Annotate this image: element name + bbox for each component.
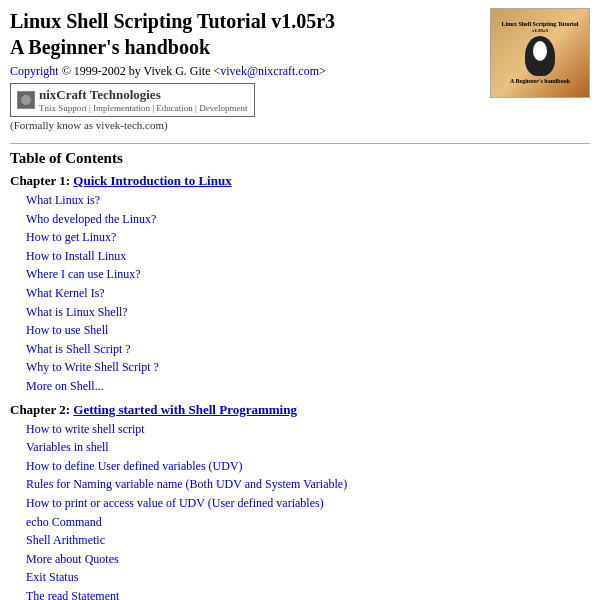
link-quotes[interactable]: More about Quotes xyxy=(26,550,590,569)
link-naming-rules[interactable]: Rules for Naming variable name (Both UDV… xyxy=(26,475,590,494)
book-cover-subtitle: A Beginner's handbook xyxy=(510,78,570,85)
chapter-2-heading: Chapter 2: Getting started with Shell Pr… xyxy=(10,402,590,418)
chapter-2-links: How to write shell script Variables in s… xyxy=(10,420,590,600)
nixcraft-banner[interactable]: nixCraft Technologies Tnix Support | Imp… xyxy=(10,83,255,117)
toc-title: Table of Contents xyxy=(10,150,590,167)
email-link[interactable]: vivek@nixcraft.com xyxy=(220,64,319,78)
link-udv[interactable]: How to define User defined variables (UD… xyxy=(26,457,590,476)
link-print-udv[interactable]: How to print or access value of UDV (Use… xyxy=(26,494,590,513)
page-title: Linux Shell Scripting Tutorial v1.05r3 A… xyxy=(10,8,480,60)
toc-section: Table of Contents Chapter 1: Quick Intro… xyxy=(10,150,590,600)
link-who-developed[interactable]: Who developed the Linux? xyxy=(26,210,590,229)
copyright-link[interactable]: Copyright xyxy=(10,64,59,78)
nixcraft-banner-inner: nixCraft Technologies Tnix Support | Imp… xyxy=(17,87,248,113)
link-variables[interactable]: Variables in shell xyxy=(26,438,590,457)
link-what-kernel[interactable]: What Kernel Is? xyxy=(26,284,590,303)
link-why-write-shell[interactable]: Why to Write Shell Script ? xyxy=(26,358,590,377)
link-how-use-shell[interactable]: How to use Shell xyxy=(26,321,590,340)
header-left: Linux Shell Scripting Tutorial v1.05r3 A… xyxy=(10,8,480,137)
link-how-get[interactable]: How to get Linux? xyxy=(26,228,590,247)
copyright-line: Copyright © 1999-2002 by Vivek G. Gite <… xyxy=(10,64,480,79)
link-what-shell-script[interactable]: What is Shell Script ? xyxy=(26,340,590,359)
divider-top xyxy=(10,143,590,144)
link-more-shell[interactable]: More on Shell... xyxy=(26,377,590,396)
link-what-linux[interactable]: What Linux is? xyxy=(26,191,590,210)
chapter-1-label: Chapter 1: xyxy=(10,173,73,188)
chapter-2-link[interactable]: Getting started with Shell Programming xyxy=(73,402,297,417)
book-cover-text: Linux Shell Scripting Tutorial v1.05r3 xyxy=(502,21,579,34)
book-cover: Linux Shell Scripting Tutorial v1.05r3 A… xyxy=(491,9,589,97)
book-cover-image: Linux Shell Scripting Tutorial v1.05r3 A… xyxy=(490,8,590,98)
penguin-icon xyxy=(525,36,555,76)
chapter-1-heading: Chapter 1: Quick Introduction to Linux xyxy=(10,173,590,189)
chapter-2: Chapter 2: Getting started with Shell Pr… xyxy=(10,402,590,600)
link-arithmetic[interactable]: Shell Arithmetic xyxy=(26,531,590,550)
chapter-1: Chapter 1: Quick Introduction to Linux W… xyxy=(10,173,590,396)
link-read[interactable]: The read Statement xyxy=(26,587,590,600)
header-section: Linux Shell Scripting Tutorial v1.05r3 A… xyxy=(10,8,590,137)
link-what-linux-shell[interactable]: What is Linux Shell? xyxy=(26,303,590,322)
nixcraft-tagline: Tnix Support | Implementation | Educatio… xyxy=(39,103,248,113)
formally-known: (Formally know as vivek-tech.com) xyxy=(10,119,480,131)
link-echo[interactable]: echo Command xyxy=(26,513,590,532)
link-how-install[interactable]: How to Install Linux xyxy=(26,247,590,266)
nixcraft-title: nixCraft Technologies xyxy=(39,87,248,103)
link-how-write[interactable]: How to write shell script xyxy=(26,420,590,439)
chapter-1-links: What Linux is? Who developed the Linux? … xyxy=(10,191,590,396)
chapter-1-link[interactable]: Quick Introduction to Linux xyxy=(73,173,231,188)
link-where-use[interactable]: Where I can use Linux? xyxy=(26,265,590,284)
svg-point-1 xyxy=(21,95,31,105)
nixcraft-text: nixCraft Technologies Tnix Support | Imp… xyxy=(39,87,248,113)
link-exit-status[interactable]: Exit Status xyxy=(26,568,590,587)
nixcraft-logo xyxy=(17,91,35,109)
chapter-2-label: Chapter 2: xyxy=(10,402,73,417)
